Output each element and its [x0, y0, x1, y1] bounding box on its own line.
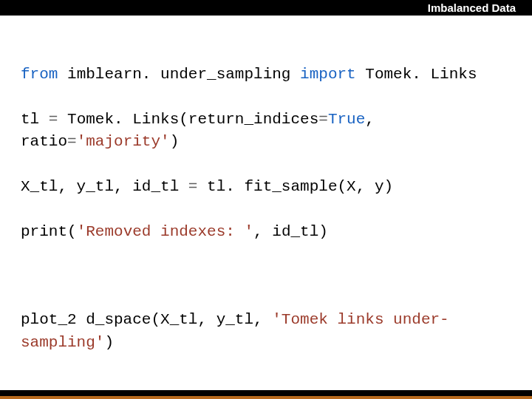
op-eq: = [318, 111, 328, 128]
code-line: print('Removed indexes: ', id_tl) [21, 221, 511, 243]
code-line: plot_2 d_space(X_tl, y_tl, 'Tomek links … [21, 309, 511, 354]
literal-true: True [328, 111, 365, 128]
code-text: print( [21, 223, 77, 240]
code-text: ) [104, 334, 114, 351]
code-text: ) [170, 133, 180, 150]
code-text: X_tl, y_tl, id_tl [21, 178, 188, 195]
code-line: X_tl, y_tl, id_tl = tl. fit_sample(X, y) [21, 176, 511, 198]
footer-bar-orange [0, 396, 532, 399]
code-block: from imblearn. under_sampling import Tom… [21, 41, 511, 399]
code-text: , id_tl) [253, 223, 328, 240]
slide-body: from imblearn. under_sampling import Tom… [0, 16, 532, 399]
slide-footer [0, 390, 532, 399]
slide-title: Imbalanced Data [428, 1, 516, 14]
code-text: imblearn. under_sampling [58, 66, 300, 83]
code-line: tl = Tomek. Links(return_indices=True, r… [21, 109, 511, 154]
op-eq: = [49, 111, 58, 128]
code-text: tl. fit_sample(X, y) [197, 178, 393, 195]
kw-import: import [300, 66, 356, 83]
footer-bar-black [0, 390, 532, 396]
code-text: tl [21, 111, 49, 128]
string-literal: 'majority' [77, 133, 170, 150]
string-literal: 'Removed indexes: ' [77, 223, 253, 240]
code-text: plot_2 d_space(X_tl, y_tl, [21, 311, 272, 328]
code-text: Tomek. Links [356, 66, 477, 83]
slide: Imbalanced Data from imblearn. under_sam… [0, 0, 532, 399]
code-line: from imblearn. under_sampling import Tom… [21, 64, 511, 86]
op-eq: = [67, 133, 77, 150]
op-eq: = [188, 178, 198, 195]
code-text: Tomek. Links(return_indices [58, 111, 318, 128]
kw-from: from [21, 66, 58, 83]
slide-header: Imbalanced Data [0, 0, 532, 16]
blank-line [21, 266, 511, 287]
